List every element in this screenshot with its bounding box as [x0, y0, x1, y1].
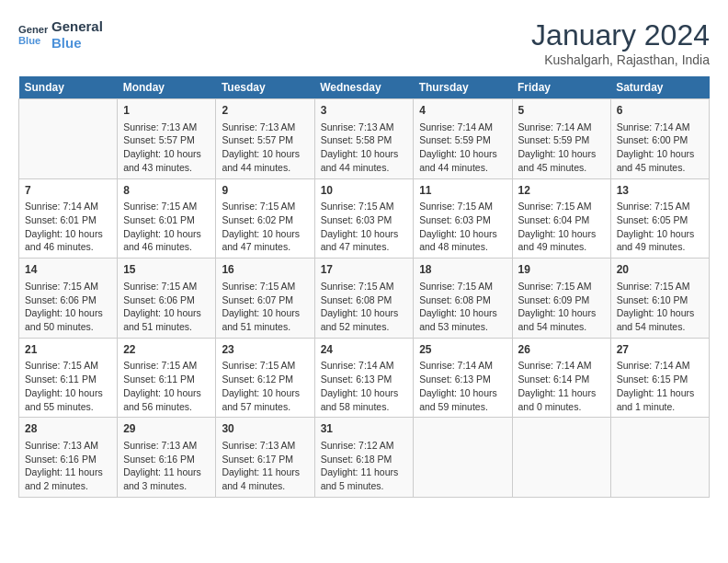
logo: General Blue General Blue: [18, 18, 103, 52]
day-content: Sunrise: 7:13 AM Sunset: 6:16 PM Dayligh…: [123, 439, 210, 493]
day-content: Sunrise: 7:15 AM Sunset: 6:12 PM Dayligh…: [222, 359, 308, 413]
calendar-cell: 13Sunrise: 7:15 AM Sunset: 6:05 PM Dayli…: [610, 178, 709, 259]
calendar-cell: 15Sunrise: 7:15 AM Sunset: 6:06 PM Dayli…: [118, 259, 216, 339]
day-content: Sunrise: 7:15 AM Sunset: 6:07 PM Dayligh…: [222, 280, 308, 334]
day-content: Sunrise: 7:15 AM Sunset: 6:06 PM Dayligh…: [25, 280, 111, 334]
day-number: 31: [321, 421, 408, 437]
day-content: Sunrise: 7:14 AM Sunset: 5:59 PM Dayligh…: [419, 121, 506, 175]
calendar-cell: 9Sunrise: 7:15 AM Sunset: 6:02 PM Daylig…: [216, 178, 314, 259]
calendar-cell: 31Sunrise: 7:12 AM Sunset: 6:18 PM Dayli…: [314, 418, 414, 498]
day-number: 21: [25, 342, 111, 358]
day-content: Sunrise: 7:15 AM Sunset: 6:03 PM Dayligh…: [419, 200, 506, 254]
logo-icon: General Blue: [18, 20, 48, 50]
calendar-cell: [512, 418, 610, 498]
day-content: Sunrise: 7:13 AM Sunset: 6:17 PM Dayligh…: [222, 439, 308, 493]
calendar-cell: 28Sunrise: 7:13 AM Sunset: 6:16 PM Dayli…: [19, 418, 118, 498]
calendar-cell: 11Sunrise: 7:15 AM Sunset: 6:03 PM Dayli…: [414, 178, 512, 259]
day-number: 10: [321, 183, 408, 199]
day-number: 11: [419, 183, 506, 199]
day-content: Sunrise: 7:15 AM Sunset: 6:03 PM Dayligh…: [321, 200, 408, 254]
calendar-cell: [414, 418, 512, 498]
calendar-cell: 14Sunrise: 7:15 AM Sunset: 6:06 PM Dayli…: [19, 259, 118, 339]
logo-line1: General: [51, 18, 103, 35]
day-content: Sunrise: 7:13 AM Sunset: 5:57 PM Dayligh…: [123, 121, 210, 175]
calendar-cell: 4Sunrise: 7:14 AM Sunset: 5:59 PM Daylig…: [414, 99, 512, 179]
week-row-1: 1Sunrise: 7:13 AM Sunset: 5:57 PM Daylig…: [19, 99, 710, 179]
day-number: 18: [419, 262, 506, 278]
day-number: 16: [222, 262, 308, 278]
day-number: 27: [617, 342, 703, 358]
day-content: Sunrise: 7:14 AM Sunset: 6:13 PM Dayligh…: [419, 359, 506, 413]
day-content: Sunrise: 7:12 AM Sunset: 6:18 PM Dayligh…: [321, 439, 408, 493]
header-cell-thursday: Thursday: [414, 76, 512, 99]
day-content: Sunrise: 7:15 AM Sunset: 6:06 PM Dayligh…: [123, 280, 210, 334]
calendar-cell: 25Sunrise: 7:14 AM Sunset: 6:13 PM Dayli…: [414, 338, 512, 418]
day-number: 28: [25, 421, 111, 437]
week-row-4: 21Sunrise: 7:15 AM Sunset: 6:11 PM Dayli…: [19, 338, 710, 418]
day-number: 6: [617, 103, 703, 119]
week-row-3: 14Sunrise: 7:15 AM Sunset: 6:06 PM Dayli…: [19, 259, 710, 339]
day-number: 30: [222, 421, 308, 437]
calendar-cell: 19Sunrise: 7:15 AM Sunset: 6:09 PM Dayli…: [512, 259, 610, 339]
day-content: Sunrise: 7:13 AM Sunset: 5:58 PM Dayligh…: [321, 121, 408, 175]
calendar-cell: 6Sunrise: 7:14 AM Sunset: 6:00 PM Daylig…: [610, 99, 709, 179]
day-number: 25: [419, 342, 506, 358]
day-number: 8: [123, 183, 210, 199]
calendar-cell: 1Sunrise: 7:13 AM Sunset: 5:57 PM Daylig…: [118, 99, 216, 179]
page-header: General Blue General Blue January 2024 K…: [18, 18, 710, 67]
calendar-cell: 24Sunrise: 7:14 AM Sunset: 6:13 PM Dayli…: [314, 338, 414, 418]
day-content: Sunrise: 7:15 AM Sunset: 6:01 PM Dayligh…: [123, 200, 210, 254]
header-cell-monday: Monday: [118, 76, 216, 99]
svg-text:General: General: [18, 24, 48, 35]
day-number: 23: [222, 342, 308, 358]
header-row: SundayMondayTuesdayWednesdayThursdayFrid…: [19, 76, 710, 99]
calendar-cell: 18Sunrise: 7:15 AM Sunset: 6:08 PM Dayli…: [414, 259, 512, 339]
calendar-cell: 7Sunrise: 7:14 AM Sunset: 6:01 PM Daylig…: [19, 178, 118, 259]
day-number: 3: [321, 103, 408, 119]
logo-line2: Blue: [51, 35, 103, 52]
day-number: 1: [123, 103, 210, 119]
day-number: 4: [419, 103, 506, 119]
day-content: Sunrise: 7:15 AM Sunset: 6:08 PM Dayligh…: [321, 280, 408, 334]
header-cell-saturday: Saturday: [610, 76, 709, 99]
day-number: 20: [617, 262, 703, 278]
day-number: 22: [123, 342, 210, 358]
day-number: 14: [25, 262, 111, 278]
calendar-cell: 23Sunrise: 7:15 AM Sunset: 6:12 PM Dayli…: [216, 338, 314, 418]
calendar-cell: 5Sunrise: 7:14 AM Sunset: 5:59 PM Daylig…: [512, 99, 610, 179]
month-title: January 2024: [531, 18, 710, 52]
calendar-cell: 30Sunrise: 7:13 AM Sunset: 6:17 PM Dayli…: [216, 418, 314, 498]
location-subtitle: Kushalgarh, Rajasthan, India: [531, 52, 710, 67]
day-content: Sunrise: 7:15 AM Sunset: 6:11 PM Dayligh…: [25, 359, 111, 413]
calendar-cell: 16Sunrise: 7:15 AM Sunset: 6:07 PM Dayli…: [216, 259, 314, 339]
day-number: 7: [25, 183, 111, 199]
header-cell-friday: Friday: [512, 76, 610, 99]
day-number: 13: [617, 183, 703, 199]
calendar-cell: [610, 418, 709, 498]
calendar-cell: [19, 99, 118, 179]
day-content: Sunrise: 7:15 AM Sunset: 6:04 PM Dayligh…: [518, 200, 605, 254]
day-content: Sunrise: 7:15 AM Sunset: 6:08 PM Dayligh…: [419, 280, 506, 334]
week-row-5: 28Sunrise: 7:13 AM Sunset: 6:16 PM Dayli…: [19, 418, 710, 498]
calendar-cell: 12Sunrise: 7:15 AM Sunset: 6:04 PM Dayli…: [512, 178, 610, 259]
day-content: Sunrise: 7:15 AM Sunset: 6:05 PM Dayligh…: [617, 200, 703, 254]
day-number: 2: [222, 103, 308, 119]
day-content: Sunrise: 7:14 AM Sunset: 6:00 PM Dayligh…: [617, 121, 703, 175]
calendar-cell: 27Sunrise: 7:14 AM Sunset: 6:15 PM Dayli…: [610, 338, 709, 418]
day-number: 17: [321, 262, 408, 278]
calendar-cell: 26Sunrise: 7:14 AM Sunset: 6:14 PM Dayli…: [512, 338, 610, 418]
day-number: 29: [123, 421, 210, 437]
calendar-cell: 29Sunrise: 7:13 AM Sunset: 6:16 PM Dayli…: [118, 418, 216, 498]
calendar-cell: 2Sunrise: 7:13 AM Sunset: 5:57 PM Daylig…: [216, 99, 314, 179]
calendar-cell: 17Sunrise: 7:15 AM Sunset: 6:08 PM Dayli…: [314, 259, 414, 339]
day-content: Sunrise: 7:15 AM Sunset: 6:11 PM Dayligh…: [123, 359, 210, 413]
day-content: Sunrise: 7:14 AM Sunset: 6:14 PM Dayligh…: [518, 359, 605, 413]
day-number: 26: [518, 342, 605, 358]
day-content: Sunrise: 7:14 AM Sunset: 6:15 PM Dayligh…: [617, 359, 703, 413]
svg-text:Blue: Blue: [18, 35, 40, 46]
day-content: Sunrise: 7:14 AM Sunset: 5:59 PM Dayligh…: [518, 121, 605, 175]
day-number: 9: [222, 183, 308, 199]
day-number: 5: [518, 103, 605, 119]
calendar-cell: 10Sunrise: 7:15 AM Sunset: 6:03 PM Dayli…: [314, 178, 414, 259]
calendar-cell: 21Sunrise: 7:15 AM Sunset: 6:11 PM Dayli…: [19, 338, 118, 418]
